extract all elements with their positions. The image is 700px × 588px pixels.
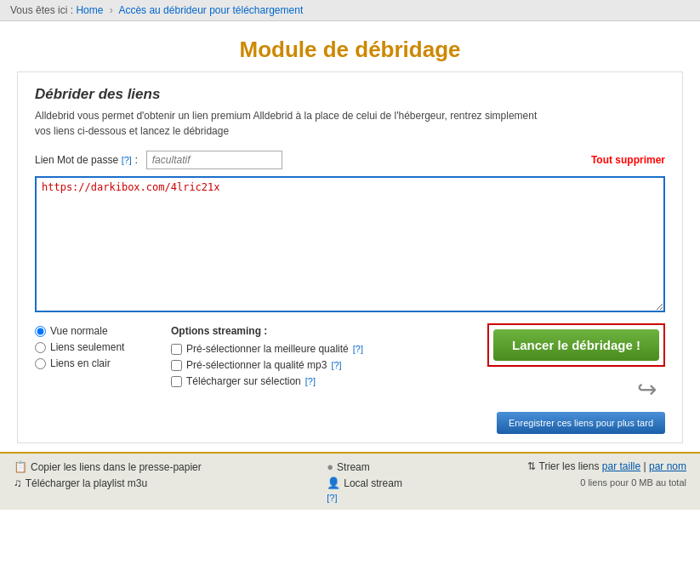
breadcrumb-home[interactable]: Home: [76, 4, 103, 16]
bottom-bar-inner: 📋 Copier les liens dans le presse-papier…: [14, 460, 686, 503]
sort-by-size[interactable]: par taille: [602, 460, 640, 472]
section-title: Débrider des liens: [35, 86, 665, 103]
copy-links-label: Copier les liens dans le presse-papier: [31, 461, 202, 473]
page-title-section: Module de débridage: [0, 21, 700, 71]
sort-label: ⇅ Trier les liens: [527, 460, 599, 472]
radio-group: Vue normale Liens seulement Liens en cla…: [35, 323, 154, 369]
tout-supprimer-link[interactable]: Tout supprimer: [591, 154, 665, 166]
bottom-col-3: ⇅ Trier les liens par taille | par nom 0…: [527, 460, 686, 488]
breadcrumb-current[interactable]: Accès au débrideur pour téléchargement: [118, 4, 303, 16]
password-help-link[interactable]: [?]: [122, 155, 132, 165]
bottom-bar: 📋 Copier les liens dans le presse-papier…: [0, 452, 700, 510]
checkbox-meilleure-qualite[interactable]: Pré-sélectionner la meilleure qualité [?…: [171, 343, 363, 355]
radio-vue-normale[interactable]: Vue normale: [35, 325, 154, 337]
launch-section: Lancer le débridage ! ↪ Enregistrer ces …: [487, 323, 665, 434]
radio-liens-en-clair[interactable]: Liens en clair: [35, 357, 154, 369]
arrow-decoration: ↪: [637, 375, 657, 403]
checkbox-telecharger-selection[interactable]: Télécharger sur sélection [?]: [171, 375, 363, 387]
section-description: Alldebrid vous permet d'obtenir un lien …: [35, 108, 665, 139]
help-telecharger-selection[interactable]: [?]: [305, 376, 316, 386]
options-row: Vue normale Liens seulement Liens en cla…: [35, 323, 665, 434]
sort-by-name[interactable]: par nom: [649, 460, 686, 472]
radio-liens-seulement[interactable]: Liens seulement: [35, 341, 154, 353]
bottom-col-1: 📋 Copier les liens dans le presse-papier…: [14, 460, 202, 489]
checkbox-qualite-mp3[interactable]: Pré-sélectionner la qualité mp3 [?]: [171, 359, 363, 371]
launch-button-wrapper: Lancer le débridage !: [487, 323, 665, 367]
breadcrumb-prefix: Vous êtes ici :: [10, 4, 73, 16]
main-content: Débrider des liens Alldebrid vous permet…: [17, 71, 683, 443]
user-icon: 👤: [327, 477, 340, 489]
download-playlist-label: Télécharger la playlist m3u: [26, 477, 147, 489]
links-textarea[interactable]: https://darkibox.com/4lric21x: [35, 176, 665, 312]
password-label: Lien Mot de passe: [35, 154, 118, 166]
music-icon: ♫: [14, 477, 22, 489]
stream-button[interactable]: ● Stream: [327, 460, 402, 473]
launch-button[interactable]: Lancer le débridage !: [493, 329, 659, 361]
copy-links-button[interactable]: 📋 Copier les liens dans le presse-papier: [14, 460, 202, 473]
breadcrumb-arrow: ›: [110, 4, 113, 16]
download-playlist-button[interactable]: ♫ Télécharger la playlist m3u: [14, 477, 202, 489]
stream-label: Stream: [337, 461, 370, 473]
help-meilleure-qualite[interactable]: [?]: [353, 344, 363, 354]
stats-label: 0 liens pour 0 MB au total: [527, 477, 686, 488]
stream-icon: ●: [327, 460, 333, 473]
local-stream-help[interactable]: [?]: [327, 493, 402, 503]
local-stream-button[interactable]: 👤 Local stream: [327, 477, 402, 489]
save-links-button[interactable]: Enregistrer ces liens pour plus tard: [497, 412, 665, 434]
sort-links: ⇅ Trier les liens par taille | par nom: [527, 460, 686, 472]
help-qualite-mp3[interactable]: [?]: [331, 360, 341, 370]
breadcrumb: Vous êtes ici : Home › Accès au débrideu…: [0, 0, 700, 21]
password-input[interactable]: [146, 151, 282, 169]
password-label-group: Lien Mot de passe [?] :: [35, 151, 282, 169]
password-row: Lien Mot de passe [?] : Tout supprimer: [35, 151, 665, 169]
password-colon: :: [135, 153, 141, 166]
streaming-options: Options streaming : Pré-sélectionner la …: [171, 323, 363, 387]
copy-icon: 📋: [14, 460, 27, 473]
bottom-col-2: ● Stream 👤 Local stream [?]: [327, 460, 402, 503]
local-stream-label: Local stream: [344, 477, 402, 489]
page-title: Module de débridage: [0, 37, 700, 63]
streaming-title: Options streaming :: [171, 325, 363, 337]
